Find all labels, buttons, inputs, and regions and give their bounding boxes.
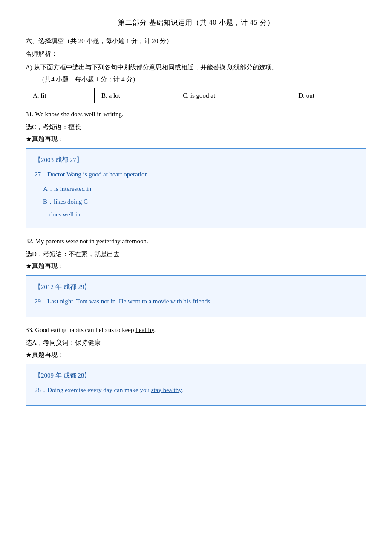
q32-after: yesterday afternoon. [95,238,148,245]
question-32: 32. My parents were not in yesterday aft… [26,236,366,246]
box-q31-underlined: is good at [83,171,108,178]
option-b: B. a lot [95,88,176,103]
box-q31-before: 27．Doctor Wang [35,171,83,178]
instruction-sub: （共4 小题，每小题 1 分；计 4 分） [26,74,366,84]
q31-star: ★真题再现： [26,134,366,144]
q31-answer: 选C，考短语：擅长 [26,122,366,132]
q32-underlined: not in [80,238,95,245]
box-q32-before: 29．Last night. Tom was [35,298,101,305]
box-q33-after: . [182,387,183,393]
blue-box-q31: 【2003 成都 27】 27．Doctor Wang is good at h… [26,148,366,228]
option-d: D. out [291,88,366,103]
blue-box-q32: 【2012 年 成都 29】 29．Last night. Tom was no… [26,275,366,317]
box-q31-option-b: B．likes doing C [35,196,357,207]
box-q31-title: 【2003 成都 27】 [35,155,357,165]
question-31: 31. We know she does well in writing. [26,109,366,119]
box-q33-question: 28．Doing exercise every day can make you… [35,385,357,395]
question-33: 33. Good eating habits can help us to ke… [26,325,366,335]
box-q32-question: 29．Last night. Tom was not in. He went t… [35,296,357,306]
q33-underlined: healthy [135,326,154,333]
box-q32-title: 【2012 年 成都 29】 [35,282,357,292]
q31-underlined: does well in [71,111,102,118]
page-title: 第二部分 基础知识运用（共 40 小题，计 45 分） [26,17,366,28]
box-q31-question: 27．Doctor Wang is good at heart operatio… [35,169,357,179]
section-header: 六、选择填空（共 20 小题，每小题 1 分；计 20 分） [26,36,366,46]
options-table: A. fit B. a lot C. is good at D. out [26,88,366,103]
box-q32-after: . He went to a movie with his friends. [115,298,212,305]
option-a: A. fit [26,88,95,103]
box-q31-option-c: ．does well in [35,209,357,219]
box-q32-underlined: not in [101,298,116,305]
option-c: C. is good at [176,88,291,103]
box-q31-after: heart operation. [108,171,150,178]
q31-after: writing. [102,111,124,118]
instruction-a: A) 从下面方框中选出与下列各句中划线部分意思相同或相近，并能替换 划线部分的选… [26,62,366,72]
q32-number: 32. My parents were [26,238,80,245]
blue-box-q33: 【2009 年 成都 28】 28．Doing exercise every d… [26,364,366,406]
q33-after: . [154,326,156,333]
q32-star: ★真题再现： [26,261,366,271]
q32-answer: 选D，考短语：不在家，就是出去 [26,249,366,259]
box-q33-before: 28．Doing exercise every day can make you [35,387,151,393]
box-q31-option-a: A．is interested in [35,184,357,194]
q33-star: ★真题再现： [26,349,366,360]
box-q33-underlined: stay healthy [151,387,182,393]
teacher-note: 名师解析： [26,49,366,59]
q33-before: 33. Good eating habits can help us to ke… [26,326,135,333]
q33-answer: 选A，考同义词：保持健康 [26,338,366,348]
q31-number: 31. We know she [26,111,71,118]
box-q33-title: 【2009 年 成都 28】 [35,370,357,381]
